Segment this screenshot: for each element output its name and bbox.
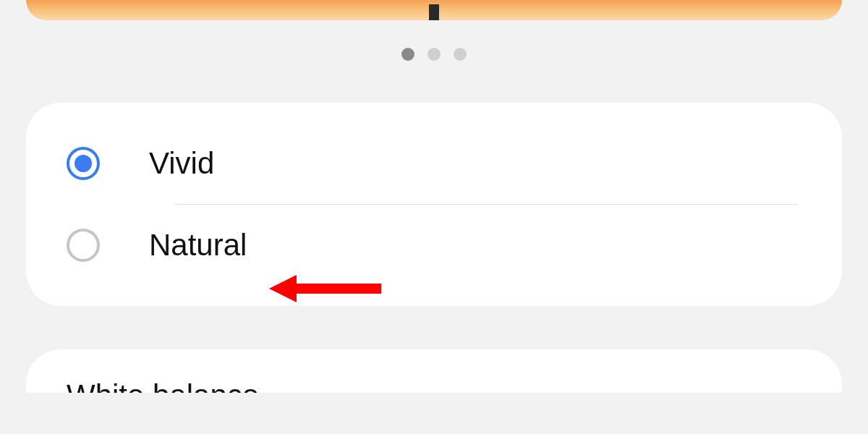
radio-inner-dot-icon	[75, 155, 92, 172]
radio-label-vivid: Vivid	[149, 146, 214, 181]
radio-option-vivid[interactable]: Vivid	[26, 123, 842, 204]
pager-dot-3[interactable]	[454, 48, 467, 61]
preview-image-card	[26, 0, 842, 20]
radio-option-natural[interactable]: Natural	[26, 205, 842, 286]
radio-label-natural: Natural	[149, 228, 247, 263]
screen-mode-card: Vivid Natural	[26, 103, 842, 306]
preview-pole-graphic	[429, 4, 439, 20]
next-card-heading: White balance	[67, 378, 801, 393]
next-settings-card: White balance	[26, 349, 842, 393]
radio-selected-icon	[67, 147, 100, 180]
radio-unselected-icon	[67, 229, 100, 262]
page-indicator[interactable]	[0, 48, 868, 61]
pager-dot-2[interactable]	[427, 48, 441, 61]
pager-dot-1[interactable]	[401, 48, 414, 61]
